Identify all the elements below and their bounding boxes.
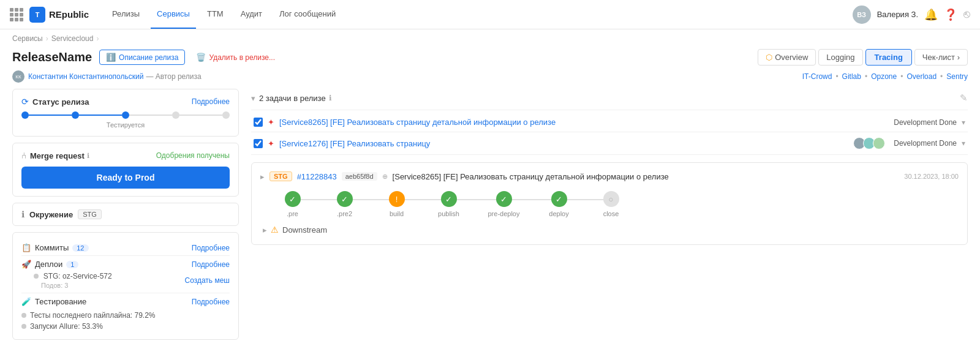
step-publish-circle[interactable]: ✓ <box>441 191 457 207</box>
merge-title: Merge request <box>30 151 85 160</box>
deploy-dot <box>34 274 39 279</box>
delete-button[interactable]: 🗑️ Удалить в релизе... <box>190 50 281 64</box>
task-checkbox-2[interactable] <box>254 139 263 148</box>
status-icon: ⟳ <box>21 97 29 107</box>
topnav-right: ВЗ Валерия З. 🔔 ❓ ⎋ <box>853 6 970 24</box>
left-panel: ⟳ Статус релиза Подробнее Тестируется <box>12 89 239 346</box>
step-deploy-label: deploy <box>549 210 568 217</box>
topnav: T REpublic Релизы Сервисы ТТМ Аудит Лог … <box>0 0 980 29</box>
describe-button[interactable]: ℹ️ Описание релиза <box>99 50 185 65</box>
step-close-label: close <box>603 210 619 217</box>
right-panel: ▾ 2 задачи в релизе ℹ ✎ ✦ [Service8265] … <box>251 89 968 346</box>
pipeline-section: ▸ STG #11228843 aeb65f8d ⊕ [Service8265]… <box>251 162 968 245</box>
logout-icon[interactable]: ⎋ <box>963 8 970 21</box>
testing-link[interactable]: Подробнее <box>192 298 230 306</box>
step-pre-deploy-label: pre-deploy <box>488 210 520 217</box>
page-title: ReleaseName <box>12 50 92 64</box>
nav-item-servisy[interactable]: Сервисы <box>151 0 196 29</box>
task-row-2: ✦ [Service1276] [FE] Реализовать страниц… <box>251 132 968 155</box>
step-3 <box>122 111 129 119</box>
step-build-label: build <box>390 210 404 217</box>
task-status-2: Development Done <box>894 139 957 148</box>
topnav-menu: Релизы Сервисы ТТМ Аудит Лог сообщений <box>106 0 853 29</box>
deploy-info: Подов: 3 <box>34 282 112 289</box>
step-pre: ✓ .pre <box>266 191 318 217</box>
create-mesh-link[interactable]: Создать меш <box>185 276 230 285</box>
pipeline-id[interactable]: #11228843 <box>297 172 337 181</box>
tab-tracing[interactable]: Tracing <box>865 49 912 66</box>
ready-to-prod-button[interactable]: Ready to Prod <box>21 167 230 189</box>
dot1: • <box>835 72 838 81</box>
step-pre-circle[interactable]: ✓ <box>285 191 301 207</box>
step-close-circle[interactable]: ○ <box>603 191 619 207</box>
author-name: Константин Константинопольский <box>28 72 143 81</box>
test-item-2: Запуски Allure: 53.3% <box>21 321 230 332</box>
overview-icon: ⬡ <box>766 53 772 62</box>
nav-item-log[interactable]: Лог сообщений <box>273 0 342 29</box>
step-pre-label: .pre <box>287 210 298 217</box>
info-icon: ℹ️ <box>106 53 116 62</box>
task-link-1[interactable]: [Service8265] [FE] Реализовать страницу … <box>279 118 889 127</box>
downstream-collapse[interactable]: ▸ <box>263 225 267 235</box>
test-item-1: Тесты последнего пайплайна: 79.2% <box>21 310 230 321</box>
step-4 <box>172 111 179 119</box>
info-icon-merge[interactable]: ℹ <box>87 152 89 160</box>
pipeline-commit: aeb65f8d <box>342 172 377 181</box>
downstream-row: ▸ ⚠ Downstream <box>260 217 959 236</box>
link-overload[interactable]: Overload <box>907 72 937 81</box>
dot2: • <box>865 72 867 81</box>
dot4: • <box>940 72 943 81</box>
env-icon: ℹ <box>21 209 24 219</box>
merge-icon: ⑃ <box>21 151 26 160</box>
task-row-1: ✦ [Service8265] [FE] Реализовать страниц… <box>251 113 968 132</box>
task-link-2[interactable]: [Service1276] [FE] Реализовать страницу <box>279 139 851 148</box>
nav-item-ttm[interactable]: ТТМ <box>201 0 230 29</box>
deploys-link[interactable]: Подробнее <box>192 260 230 269</box>
link-gitlab[interactable]: Gitlab <box>842 72 861 81</box>
logo[interactable]: T REpublic <box>29 7 89 23</box>
link-sentry[interactable]: Sentry <box>946 72 968 81</box>
step-pre-deploy-circle[interactable]: ✓ <box>496 191 512 207</box>
breadcrumb-servisy[interactable]: Сервисы <box>12 34 43 43</box>
avatar[interactable]: ВЗ <box>853 6 871 24</box>
status-link[interactable]: Подробнее <box>192 97 230 106</box>
tasks-info-icon[interactable]: ℹ <box>329 94 332 102</box>
deploy-name: STG: oz-Service-572 <box>43 272 112 280</box>
breadcrumb-servicecloud[interactable]: Servicecloud <box>51 34 94 43</box>
notification-icon[interactable]: 🔔 <box>924 8 938 21</box>
env-badge: STG <box>78 209 102 219</box>
step-build-circle[interactable]: ! <box>389 191 405 207</box>
link-opzone[interactable]: Opzone <box>871 72 897 81</box>
help-icon[interactable]: ❓ <box>944 8 957 21</box>
task-chevron-2[interactable]: ▾ <box>962 139 965 148</box>
link-itcrowd[interactable]: IT-Crowd <box>802 72 832 81</box>
nav-item-audit[interactable]: Аудит <box>235 0 268 29</box>
deploys-title: Деплои <box>35 260 62 269</box>
testing-icon: 🧪 <box>21 297 31 306</box>
edit-icon[interactable]: ✎ <box>960 92 968 103</box>
breadcrumb-sep1: › <box>46 34 48 43</box>
step-pre2-circle[interactable]: ✓ <box>337 191 353 207</box>
tab-checklist[interactable]: Чек-лист › <box>914 49 968 66</box>
step-pre2-label: .pre2 <box>337 210 352 217</box>
collapse-icon[interactable]: ▾ <box>251 94 255 103</box>
step-publish: ✓ publish <box>423 191 475 217</box>
task-chevron-1[interactable]: ▾ <box>962 118 965 127</box>
task-avatars-2 <box>856 137 885 149</box>
pipeline-collapse[interactable]: ▸ <box>260 172 265 181</box>
app-grid-icon[interactable] <box>10 8 23 21</box>
merge-card: ⑃ Merge request ℹ Одобрения получены Rea… <box>12 143 239 197</box>
nav-item-relizy[interactable]: Релизы <box>106 0 146 29</box>
commits-icon: 📋 <box>21 243 31 252</box>
pipeline-env-badge: STG <box>270 171 292 181</box>
pipeline-date: 30.12.2023, 18:00 <box>904 173 959 180</box>
dot3: • <box>900 72 903 81</box>
step-deploy-circle[interactable]: ✓ <box>551 191 567 207</box>
tab-overview[interactable]: ⬡ Overview <box>758 49 816 66</box>
commits-link[interactable]: Подробнее <box>192 244 230 252</box>
pipeline-steps: ✓ .pre ✓ .pre2 ! build <box>260 191 959 217</box>
breadcrumb-sep2: › <box>96 34 99 43</box>
task-jira-icon-2: ✦ <box>268 139 274 148</box>
tab-logging[interactable]: Logging <box>818 49 862 66</box>
task-checkbox-1[interactable] <box>254 118 263 127</box>
